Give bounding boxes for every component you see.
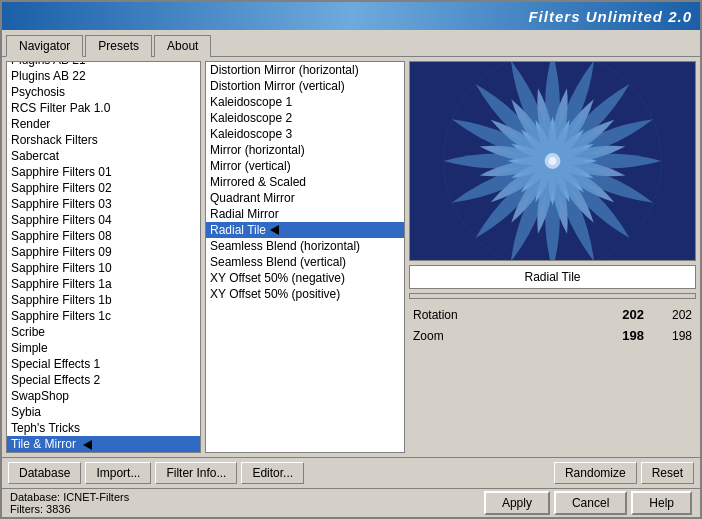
right-panel: Radial Tile Rotation 202 202 Zoom 198 19… [409,61,696,453]
filter-item[interactable]: Radial Tile [206,222,404,238]
zoom-value: 198 [493,328,652,343]
list-item[interactable]: Sapphire Filters 1a [7,276,200,292]
filter-list[interactable]: Distortion Mirror (horizontal)Distortion… [206,62,404,452]
navigator-list[interactable]: Plugins AB 21Plugins AB 22PsychosisRCS F… [7,62,200,452]
list-item[interactable]: Simple [7,340,200,356]
list-item[interactable]: Sapphire Filters 1b [7,292,200,308]
preview-svg [410,62,695,260]
filter-name-text: Radial Tile [524,270,580,284]
status-filters: Filters: 3836 [10,503,129,515]
list-item[interactable]: Teph's Tricks [7,420,200,436]
app-title: Filters Unlimited 2.0 [528,8,692,25]
list-item[interactable]: Scribe [7,324,200,340]
filter-name-bar: Radial Tile [409,265,696,289]
param-row-rotation: Rotation 202 202 [413,307,692,322]
list-item[interactable]: Sapphire Filters 1c [7,308,200,324]
list-item[interactable]: SwapShop [7,388,200,404]
filter-item[interactable]: XY Offset 50% (positive) [206,286,404,302]
filter-item[interactable]: Kaleidoscope 1 [206,94,404,110]
list-item[interactable]: Render [7,116,200,132]
rotation-second-value: 202 [652,308,692,322]
tab-about[interactable]: About [154,35,211,57]
svg-point-3 [549,157,557,165]
middle-panel: Distortion Mirror (horizontal)Distortion… [205,61,405,453]
filter-item[interactable]: Distortion Mirror (vertical) [206,78,404,94]
status-left: Database: ICNET-Filters Filters: 3836 [10,491,129,515]
list-item[interactable]: Psychosis [7,84,200,100]
database-button[interactable]: Database [8,462,81,484]
list-item[interactable]: Special Effects 2 [7,372,200,388]
list-item[interactable]: Sapphire Filters 01 [7,164,200,180]
filter-item[interactable]: Mirror (horizontal) [206,142,404,158]
rotation-label: Rotation [413,308,493,322]
filter-item[interactable]: Mirror (vertical) [206,158,404,174]
tabs-bar: Navigator Presets About [2,30,700,57]
zoom-label: Zoom [413,329,493,343]
status-right: Apply Cancel Help [484,491,692,515]
tab-presets[interactable]: Presets [85,35,152,57]
list-item[interactable]: Special Effects 1 [7,356,200,372]
list-item[interactable]: Sapphire Filters 10 [7,260,200,276]
reset-button[interactable]: Reset [641,462,694,484]
list-item[interactable]: Sabercat [7,148,200,164]
main-window: Filters Unlimited 2.0 Navigator Presets … [0,0,702,519]
list-item[interactable]: Sapphire Filters 03 [7,196,200,212]
list-item[interactable]: Sapphire Filters 04 [7,212,200,228]
filter-item[interactable]: Seamless Blend (horizontal) [206,238,404,254]
list-item[interactable]: Plugins AB 22 [7,68,200,84]
bottom-toolbar: Database Import... Filter Info... Editor… [2,457,700,488]
apply-button[interactable]: Apply [484,491,550,515]
filter-info-button[interactable]: Filter Info... [155,462,237,484]
zoom-second-value: 198 [652,329,692,343]
help-button[interactable]: Help [631,491,692,515]
status-database: Database: ICNET-Filters [10,491,129,503]
filter-item[interactable]: Mirrored & Scaled [206,174,404,190]
list-item[interactable]: Sapphire Filters 08 [7,228,200,244]
filter-item[interactable]: Seamless Blend (vertical) [206,254,404,270]
list-item[interactable]: Sapphire Filters 02 [7,180,200,196]
rotation-value: 202 [493,307,652,322]
title-bar: Filters Unlimited 2.0 [2,2,700,30]
filter-item[interactable]: Quadrant Mirror [206,190,404,206]
list-item[interactable]: RCS Filter Pak 1.0 [7,100,200,116]
params-area: Rotation 202 202 Zoom 198 198 [409,303,696,453]
param-row-zoom: Zoom 198 198 [413,328,692,343]
filter-item[interactable]: Distortion Mirror (horizontal) [206,62,404,78]
filter-item[interactable]: Kaleidoscope 2 [206,110,404,126]
editor-button[interactable]: Editor... [241,462,304,484]
list-item[interactable]: Rorshack Filters [7,132,200,148]
left-panel: Plugins AB 21Plugins AB 22PsychosisRCS F… [6,61,201,453]
status-bar: Database: ICNET-Filters Filters: 3836 Ap… [2,488,700,517]
list-item[interactable]: Sapphire Filters 09 [7,244,200,260]
tab-navigator[interactable]: Navigator [6,35,83,57]
import-button[interactable]: Import... [85,462,151,484]
filter-item[interactable]: XY Offset 50% (negative) [206,270,404,286]
content-area: Plugins AB 21Plugins AB 22PsychosisRCS F… [2,57,700,457]
randomize-button[interactable]: Randomize [554,462,637,484]
filter-item[interactable]: Radial Mirror [206,206,404,222]
filter-item[interactable]: Kaleidoscope 3 [206,126,404,142]
cancel-button[interactable]: Cancel [554,491,627,515]
preview-box [409,61,696,261]
progress-bar [409,293,696,299]
list-item[interactable]: Sybia [7,404,200,420]
list-item[interactable]: Tile & Mirror [7,436,200,452]
